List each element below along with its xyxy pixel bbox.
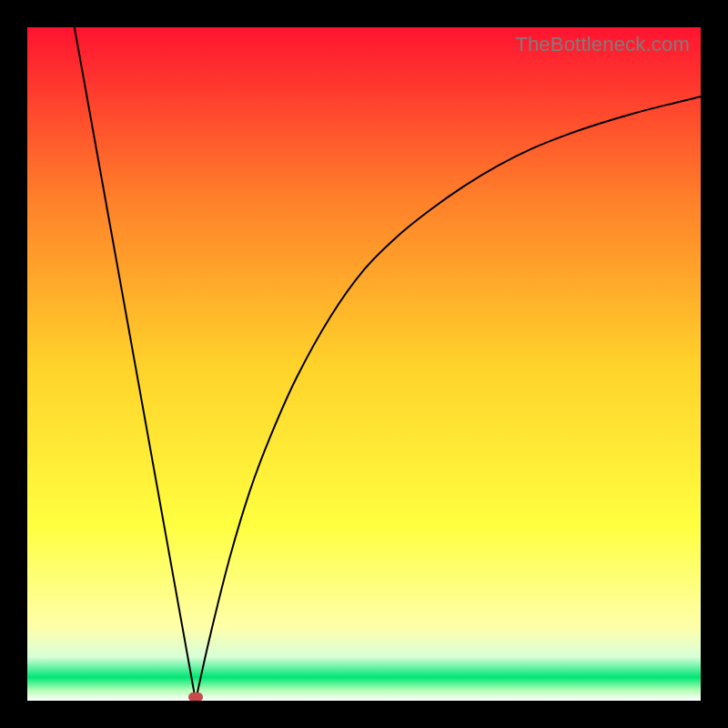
chart-svg xyxy=(27,27,701,701)
gradient-background xyxy=(27,27,701,701)
minimum-marker xyxy=(188,693,203,701)
chart-frame: TheBottleneck.com xyxy=(27,27,701,701)
watermark-label: TheBottleneck.com xyxy=(515,33,690,56)
